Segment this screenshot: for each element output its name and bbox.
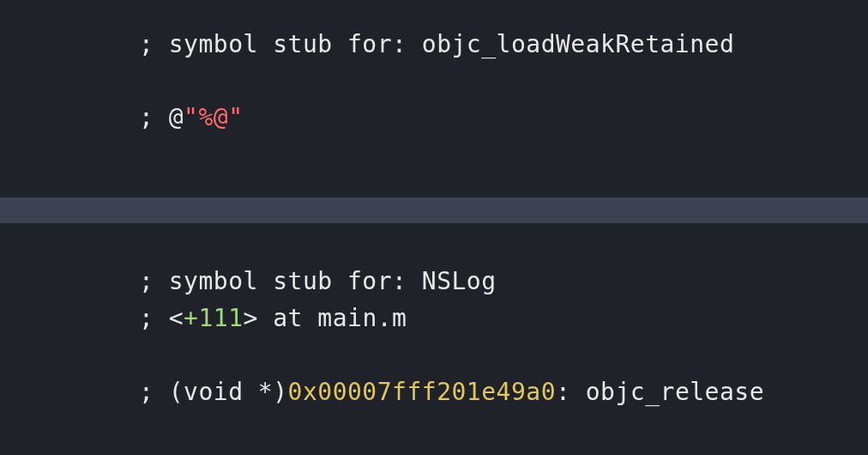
- blank-line: [139, 337, 851, 373]
- disasm-line: ; symbol stub for: NSLog: [139, 263, 851, 300]
- angle-close: >: [244, 304, 258, 332]
- string-literal: "%@": [184, 103, 243, 131]
- objc-at: @: [169, 103, 184, 131]
- comment-text: symbol stub for: objc_loadWeakRetained: [169, 30, 735, 58]
- comment-marker: ;: [139, 30, 169, 58]
- comment-marker: ;: [139, 103, 169, 131]
- disasm-line: ; @"%@": [139, 99, 851, 136]
- blank-line: [139, 63, 851, 99]
- comment-marker: ;: [139, 304, 169, 332]
- disasm-line: ; <+111> at main.m: [139, 300, 851, 337]
- source-location: at main.m: [258, 304, 407, 332]
- type-cast: (void *): [169, 378, 288, 406]
- disassembly-pane-bottom: ; symbol stub for: NSLog ; <+111> at mai…: [0, 223, 868, 410]
- pane-divider[interactable]: [0, 197, 868, 223]
- hex-address: 0x00007fff201e49a0: [288, 378, 556, 406]
- angle-open: <: [169, 304, 184, 332]
- disasm-line: ; symbol stub for: objc_loadWeakRetained: [139, 26, 851, 63]
- disasm-line: ; (void *)0x00007fff201e49a0: objc_relea…: [139, 373, 851, 410]
- offset-number: +111: [184, 304, 243, 332]
- comment-marker: ;: [139, 267, 169, 295]
- comment-text: symbol stub for: NSLog: [169, 267, 497, 295]
- comment-marker: ;: [139, 378, 169, 406]
- disassembly-pane-top: ; symbol stub for: objc_loadWeakRetained…: [0, 0, 868, 197]
- symbol-name: : objc_release: [556, 378, 764, 406]
